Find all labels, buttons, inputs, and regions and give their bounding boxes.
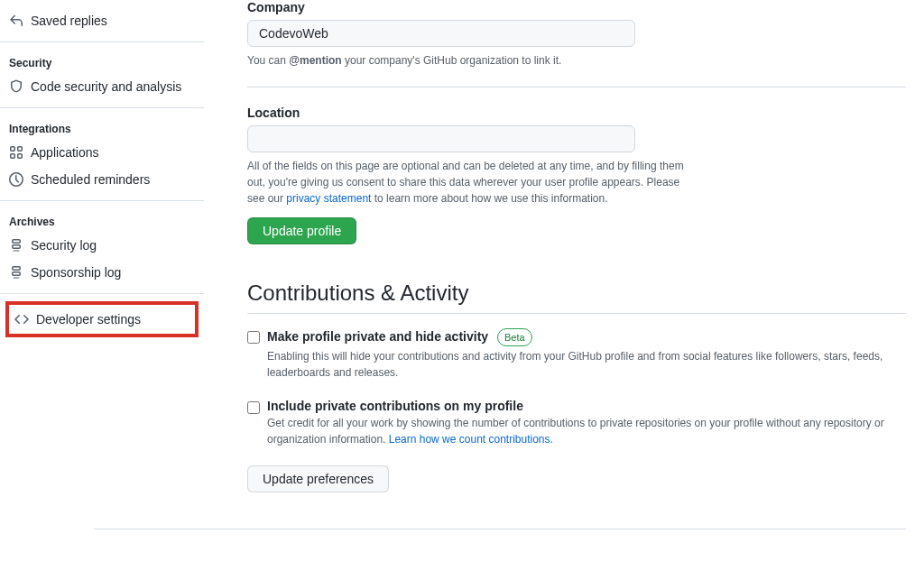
location-input[interactable]: [247, 125, 635, 152]
company-input[interactable]: [247, 20, 635, 47]
sidebar-item-security-log[interactable]: Security log: [0, 232, 204, 259]
sidebar-item-developer-settings[interactable]: Developer settings: [5, 301, 199, 337]
private-profile-group: Make profile private and hide activity B…: [247, 328, 906, 381]
sidebar-item-scheduled-reminders[interactable]: Scheduled reminders: [0, 166, 204, 193]
apps-icon: [9, 145, 23, 160]
sidebar-header-integrations: Integrations: [0, 115, 204, 139]
company-note: You can @mention your company's GitHub o…: [247, 52, 698, 69]
private-profile-desc: Enabling this will hide your contributio…: [267, 348, 906, 381]
private-profile-checkbox[interactable]: [247, 331, 260, 344]
divider: [247, 87, 906, 87]
main-content: Company You can @mention your company's …: [204, 0, 924, 547]
sidebar: Saved replies Security Code security and…: [0, 0, 204, 547]
include-private-checkbox[interactable]: [247, 401, 260, 414]
private-profile-label: Make profile private and hide activity: [267, 329, 488, 344]
sidebar-item-saved-replies[interactable]: Saved replies: [0, 7, 204, 34]
sidebar-item-label: Scheduled reminders: [31, 172, 150, 187]
log-icon: [9, 265, 23, 280]
log-icon: [9, 238, 23, 253]
learn-contributions-link[interactable]: Learn how we count contributions.: [389, 433, 553, 446]
sidebar-item-label: Security log: [31, 238, 97, 253]
sidebar-item-label: Sponsorship log: [31, 265, 121, 280]
divider: [0, 293, 204, 294]
divider: [0, 200, 204, 201]
sidebar-item-label: Developer settings: [36, 312, 141, 326]
sidebar-header-security: Security: [0, 50, 204, 73]
sidebar-item-code-security[interactable]: Code security and analysis: [0, 73, 204, 100]
sidebar-item-applications[interactable]: Applications: [0, 139, 204, 166]
code-icon: [14, 312, 29, 326]
privacy-statement-link[interactable]: privacy statement: [286, 192, 371, 205]
sidebar-header-archives: Archives: [0, 208, 204, 232]
reply-icon: [9, 14, 23, 28]
include-private-desc: Get credit for all your work by showing …: [267, 415, 906, 447]
beta-badge: Beta: [497, 328, 532, 346]
location-label: Location: [247, 106, 906, 120]
sidebar-item-label: Applications: [31, 145, 99, 160]
location-group: Location All of the fields on this page …: [247, 106, 906, 244]
update-preferences-button[interactable]: Update preferences: [247, 465, 389, 492]
company-group: Company You can @mention your company's …: [247, 0, 906, 69]
divider: [0, 107, 204, 108]
divider: [94, 529, 906, 529]
clock-icon: [9, 172, 23, 187]
divider: [0, 41, 204, 42]
shield-icon: [9, 79, 23, 94]
contributions-title: Contributions & Activity: [247, 280, 906, 314]
include-private-label: Include private contributions on my prof…: [267, 399, 523, 413]
location-note: All of the fields on this page are optio…: [247, 158, 698, 207]
sidebar-item-label: Saved replies: [31, 14, 107, 28]
sidebar-item-label: Code security and analysis: [31, 79, 181, 94]
company-label: Company: [247, 0, 906, 14]
sidebar-item-sponsorship-log[interactable]: Sponsorship log: [0, 259, 204, 286]
update-profile-button[interactable]: Update profile: [247, 217, 356, 244]
include-private-group: Include private contributions on my prof…: [247, 399, 906, 447]
